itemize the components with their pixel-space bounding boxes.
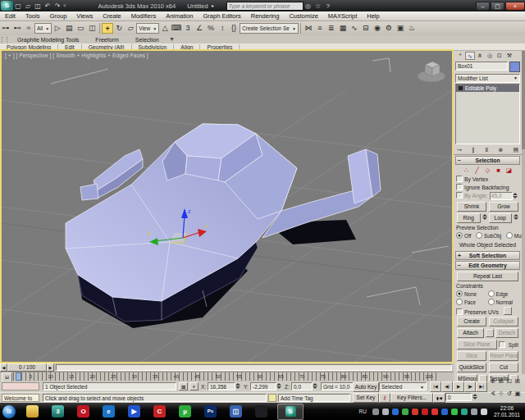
- mirror-icon[interactable]: ⋈: [303, 23, 314, 34]
- tray-icon-12[interactable]: [481, 409, 487, 415]
- selection-rollout-header[interactable]: −Selection: [455, 156, 520, 165]
- y-coordinate-field[interactable]: -2,299: [250, 382, 276, 390]
- tray-icon-4[interactable]: [402, 409, 409, 415]
- favorites-icon[interactable]: ☆: [314, 2, 322, 11]
- current-frame-field[interactable]: 0: [445, 393, 472, 401]
- viewport-label[interactable]: [ + ] [ Perspective ] [ Smooth + Highlig…: [5, 52, 148, 58]
- snaps-toggle-icon[interactable]: 3: [182, 23, 194, 34]
- constraint-none-radio[interactable]: [456, 290, 463, 297]
- edit-geometry-rollout-header[interactable]: −Edit Geometry: [455, 261, 520, 270]
- tab-create-icon[interactable]: *: [455, 52, 465, 60]
- select-and-move-icon[interactable]: +: [102, 23, 113, 34]
- tray-icon-11[interactable]: [471, 409, 477, 415]
- curve-editor-icon[interactable]: ∿: [349, 23, 360, 34]
- slice-button[interactable]: Slice: [457, 351, 486, 361]
- menu-item[interactable]: Help: [362, 12, 384, 20]
- by-angle-checkbox[interactable]: [456, 192, 463, 199]
- ignore-backfacing-checkbox[interactable]: [456, 184, 463, 190]
- go-to-end-icon[interactable]: ▶|: [476, 381, 487, 392]
- menu-item[interactable]: Customize: [284, 12, 322, 20]
- play-animation-icon[interactable]: ▶: [453, 381, 464, 392]
- tray-icon-10[interactable]: [461, 409, 468, 415]
- preview-subobj-radio[interactable]: [476, 232, 482, 239]
- tray-icon-1[interactable]: [372, 409, 379, 415]
- viewport-canvas[interactable]: z x y: [2, 51, 452, 362]
- by-angle-spinner[interactable]: [513, 192, 518, 199]
- zoom-extents-selected-icon[interactable]: ⊡: [505, 376, 514, 386]
- close-button[interactable]: ×: [505, 2, 525, 11]
- taskbar-ie-icon[interactable]: e: [103, 405, 115, 418]
- taskbar-save-icon[interactable]: ◫: [230, 405, 242, 418]
- next-frame-icon[interactable]: |▶: [464, 381, 476, 392]
- menu-item[interactable]: Group: [44, 12, 71, 20]
- tray-icon-5[interactable]: [412, 409, 418, 415]
- taskbar-dark-app-icon[interactable]: [255, 405, 267, 418]
- collapse-button[interactable]: Collapse: [489, 317, 518, 326]
- render-production-icon[interactable]: ♨: [406, 23, 418, 34]
- qat-dropdown-icon[interactable]: ▾: [63, 2, 66, 9]
- tray-icon-6[interactable]: [422, 409, 428, 415]
- graphite-ribbon-toggle-icon[interactable]: ▦: [337, 23, 349, 34]
- set-keys-icon[interactable]: ⚷: [379, 393, 390, 403]
- constraint-normal-radio[interactable]: [488, 299, 495, 305]
- reset-plane-button[interactable]: Reset Plane: [489, 351, 518, 361]
- menu-item[interactable]: Modifiers: [126, 12, 161, 20]
- x-spinner[interactable]: [235, 382, 240, 390]
- edit-named-selection-sets-icon[interactable]: {}: [228, 23, 240, 34]
- selection-filter-dropdown[interactable]: All▼: [34, 23, 52, 34]
- new-scene-icon[interactable]: ▢: [14, 2, 22, 11]
- y-spinner[interactable]: [276, 382, 281, 390]
- shrink-button[interactable]: Shrink: [457, 202, 486, 212]
- taskbar-utorrent-icon[interactable]: µ: [179, 405, 191, 418]
- tray-icon-8[interactable]: [441, 409, 448, 415]
- perspective-viewport[interactable]: z x y [ + ] [ Perspective ] [ Smooth + H…: [0, 49, 454, 363]
- grow-button[interactable]: Grow: [489, 202, 518, 212]
- menu-item[interactable]: Tools: [21, 12, 45, 20]
- stack-item-editable-poly[interactable]: Editable Poly: [456, 84, 519, 92]
- bind-to-space-warp-icon[interactable]: ≈: [23, 23, 34, 34]
- window-crossing-icon[interactable]: ◫: [86, 23, 98, 34]
- ignore-backfacing-row[interactable]: Ignore Backfacing: [454, 184, 522, 190]
- select-and-scale-icon[interactable]: ▱: [125, 23, 136, 34]
- maximize-viewport-icon[interactable]: ▣: [514, 388, 522, 399]
- split-checkbox[interactable]: [499, 341, 505, 348]
- auto-key-button[interactable]: Auto Key: [353, 382, 379, 392]
- time-slider-handle[interactable]: 0 / 100: [7, 363, 47, 372]
- menu-item[interactable]: Rendering: [246, 12, 285, 20]
- edge-subobject-icon[interactable]: ╱: [472, 167, 482, 174]
- field-of-view-icon[interactable]: ∢: [489, 388, 497, 399]
- taskbar-media-player-icon[interactable]: ▶: [128, 405, 140, 418]
- time-slider-next-icon[interactable]: ▶: [47, 363, 54, 372]
- ribbon-minimize-icon[interactable]: ▾: [168, 34, 176, 43]
- make-unique-icon[interactable]: ⊻: [484, 147, 488, 153]
- rectangular-selection-icon[interactable]: ▭: [75, 23, 86, 34]
- current-frame-indicator[interactable]: [16, 372, 21, 381]
- angle-snap-icon[interactable]: ∠: [194, 23, 205, 34]
- preserve-uvs-settings-icon[interactable]: [504, 307, 512, 315]
- zoom-icon[interactable]: ⊕: [489, 376, 497, 386]
- menu-item[interactable]: Create: [98, 12, 126, 20]
- tab-modify-icon[interactable]: ∿: [465, 52, 475, 60]
- search-expand-icon[interactable]: ▸: [209, 2, 217, 11]
- object-color-swatch[interactable]: [509, 62, 520, 72]
- orbit-icon[interactable]: ↺: [505, 388, 514, 399]
- layer-manager-icon[interactable]: ≣: [326, 23, 337, 34]
- open-file-icon[interactable]: ▱: [24, 2, 32, 11]
- frame-spinner[interactable]: [472, 393, 477, 400]
- previous-frame-icon[interactable]: ◀|: [441, 381, 453, 392]
- menu-item[interactable]: Graph Editors: [199, 12, 246, 20]
- language-indicator[interactable]: RU: [359, 409, 367, 414]
- selection-lock-icon[interactable]: ⊠: [179, 382, 188, 390]
- soft-selection-rollout-header[interactable]: +Soft Selection: [455, 251, 520, 260]
- polygon-subobject-icon[interactable]: ■: [494, 167, 503, 174]
- ribbon-tab[interactable]: Freeform: [87, 36, 126, 43]
- application-menu-icon[interactable]: S: [1, 1, 13, 11]
- select-object-icon[interactable]: ▷: [52, 23, 63, 34]
- select-and-manipulate-icon[interactable]: △: [159, 23, 171, 34]
- set-key-button[interactable]: Set Key: [353, 393, 379, 403]
- pan-view-icon[interactable]: ⊹: [497, 388, 505, 399]
- maxscript-mini-listener[interactable]: Welcome to M: [2, 394, 39, 402]
- align-icon[interactable]: ≡: [314, 23, 326, 34]
- reference-coordinate-dropdown[interactable]: View▼: [136, 23, 159, 34]
- rendered-frame-window-icon[interactable]: ▣: [395, 23, 406, 34]
